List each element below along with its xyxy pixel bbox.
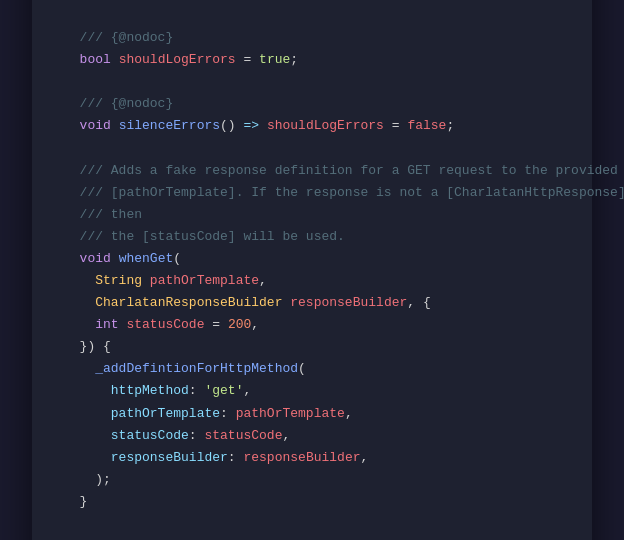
code-window: class Charlatan { final Map<String, List… [32,0,592,540]
code-content: class Charlatan { final Map<String, List… [64,0,560,540]
